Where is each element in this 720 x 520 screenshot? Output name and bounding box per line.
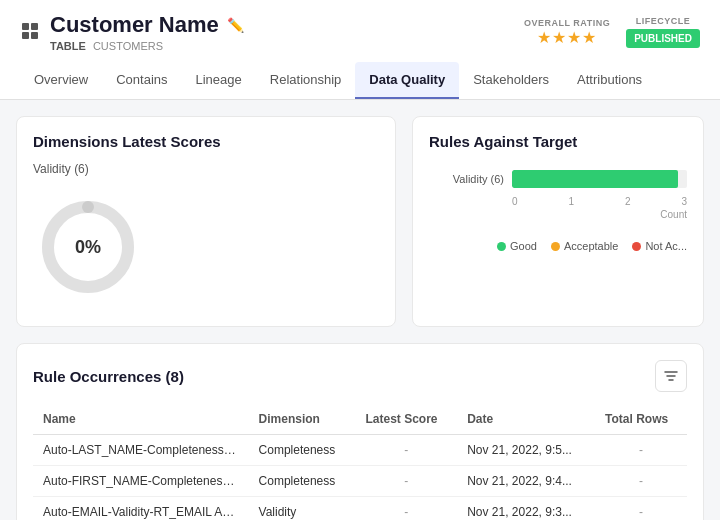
table-row: Auto-FIRST_NAME-Completeness-RT_FI...Com… <box>33 466 687 497</box>
col-name: Name <box>33 404 249 435</box>
row-total-rows: - <box>595 497 687 521</box>
row-total-rows: - <box>595 435 687 466</box>
tab-attributions[interactable]: Attributions <box>563 62 656 99</box>
col-latest-score: Latest Score <box>355 404 457 435</box>
tabs: Overview Contains Lineage Relationship D… <box>20 62 700 99</box>
row-date: Nov 21, 2022, 9:5... <box>457 435 595 466</box>
dimensions-panel: Dimensions Latest Scores Validity (6) 0% <box>16 116 396 327</box>
row-name: Auto-EMAIL-Validity-RT_EMAIL ADDRES... <box>33 497 249 521</box>
svg-rect-1 <box>31 23 38 30</box>
main-content: Dimensions Latest Scores Validity (6) 0%… <box>0 100 720 520</box>
edit-icon[interactable]: ✏️ <box>227 17 244 33</box>
table-header: Name Dimension Latest Score Date Total R… <box>33 404 687 435</box>
lifecycle-badge: PUBLISHED <box>626 29 700 48</box>
col-total-rows: Total Rows <box>595 404 687 435</box>
tab-overview[interactable]: Overview <box>20 62 102 99</box>
legend-good: Good <box>497 240 537 252</box>
page-title: Customer Name <box>50 12 219 38</box>
donut-value: 0% <box>75 237 101 258</box>
bar-fill <box>512 170 678 188</box>
header-title-block: Customer Name ✏️ TABLE CUSTOMERS <box>50 12 244 52</box>
row-date: Nov 21, 2022, 9:4... <box>457 466 595 497</box>
bar-row-validity: Validity (6) <box>429 170 687 188</box>
table-title: Rule Occurrences (8) <box>33 368 184 385</box>
rules-panel-title: Rules Against Target <box>429 133 687 150</box>
svg-rect-3 <box>31 32 38 39</box>
tab-relationship[interactable]: Relationship <box>256 62 356 99</box>
svg-rect-0 <box>22 23 29 30</box>
row-dimension: Validity <box>249 497 356 521</box>
col-date: Date <box>457 404 595 435</box>
row-date: Nov 21, 2022, 9:3... <box>457 497 595 521</box>
tab-data-quality[interactable]: Data Quality <box>355 62 459 99</box>
donut-chart: 0% <box>33 192 143 302</box>
row-name: Auto-LAST_NAME-Completeness-RT_LA... <box>33 435 249 466</box>
table-header-row: Rule Occurrences (8) <box>33 360 687 392</box>
legend: Good Acceptable Not Ac... <box>429 240 687 252</box>
legend-acceptable: Acceptable <box>551 240 618 252</box>
header-right: OVERALL RATING ★★★★ LIFECYCLE PUBLISHED <box>524 16 700 48</box>
bar-chart: Validity (6) 0 1 2 3 Count <box>429 162 687 228</box>
row-total-rows: - <box>595 466 687 497</box>
axis-unit: Count <box>429 209 687 220</box>
tab-contains[interactable]: Contains <box>102 62 181 99</box>
table-row: Auto-LAST_NAME-Completeness-RT_LA...Comp… <box>33 435 687 466</box>
bar-axis: 0 1 2 3 <box>429 196 687 207</box>
header-subtitle: TABLE CUSTOMERS <box>50 40 244 52</box>
bar-row-label: Validity (6) <box>429 173 504 185</box>
rule-occurrences-table: Name Dimension Latest Score Date Total R… <box>33 404 687 520</box>
legend-dot-good <box>497 242 506 251</box>
donut-label: Validity (6) <box>33 162 89 176</box>
header-left: Customer Name ✏️ TABLE CUSTOMERS <box>20 12 244 52</box>
legend-dot-acceptable <box>551 242 560 251</box>
legend-not-acceptable: Not Ac... <box>632 240 687 252</box>
table-row: Auto-EMAIL-Validity-RT_EMAIL ADDRES...Va… <box>33 497 687 521</box>
bar-track <box>512 170 687 188</box>
row-name: Auto-FIRST_NAME-Completeness-RT_FI... <box>33 466 249 497</box>
lifecycle-section: LIFECYCLE PUBLISHED <box>626 16 700 48</box>
header: Customer Name ✏️ TABLE CUSTOMERS OVERALL… <box>0 0 720 100</box>
row-latest-score: - <box>355 466 457 497</box>
top-row: Dimensions Latest Scores Validity (6) 0%… <box>16 116 704 327</box>
col-dimension: Dimension <box>249 404 356 435</box>
rules-panel: Rules Against Target Validity (6) 0 1 2 … <box>412 116 704 327</box>
row-dimension: Completeness <box>249 466 356 497</box>
star-rating: ★★★★ <box>524 28 610 47</box>
filter-icon <box>663 368 679 384</box>
tab-lineage[interactable]: Lineage <box>182 62 256 99</box>
donut-section: Validity (6) 0% <box>33 162 379 310</box>
legend-dot-not-acceptable <box>632 242 641 251</box>
row-latest-score: - <box>355 435 457 466</box>
rule-occurrences-panel: Rule Occurrences (8) Name Dimension Late… <box>16 343 704 520</box>
header-top: Customer Name ✏️ TABLE CUSTOMERS OVERALL… <box>20 12 700 62</box>
tab-stakeholders[interactable]: Stakeholders <box>459 62 563 99</box>
grid-icon <box>20 21 40 44</box>
dimensions-panel-title: Dimensions Latest Scores <box>33 133 379 150</box>
row-dimension: Completeness <box>249 435 356 466</box>
row-latest-score: - <box>355 497 457 521</box>
overall-rating: OVERALL RATING ★★★★ <box>524 18 610 47</box>
filter-button[interactable] <box>655 360 687 392</box>
svg-rect-2 <box>22 32 29 39</box>
